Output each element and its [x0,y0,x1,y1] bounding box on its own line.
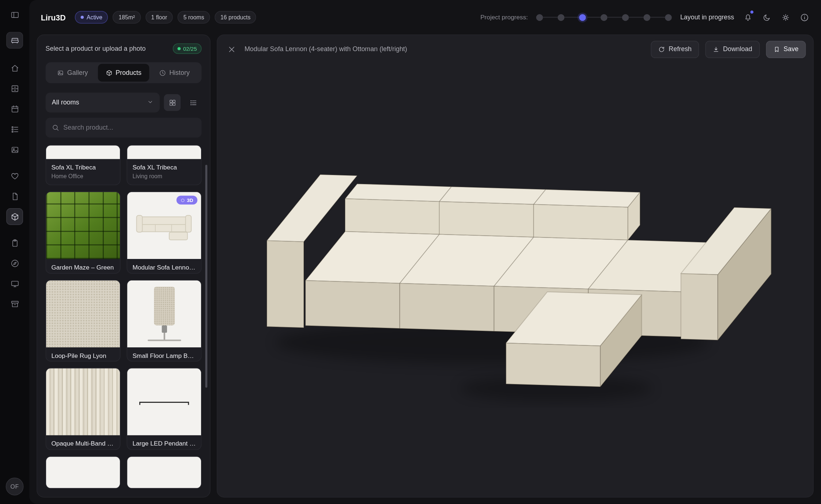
list-view-button[interactable] [185,94,202,111]
progress-step-3-current[interactable] [579,14,586,21]
viewer-toolbar: Modular Sofa Lennon (4-seater) with Otto… [217,35,813,63]
search-icon [52,124,59,131]
viewer-title: Modular Sofa Lennon (4-seater) with Otto… [245,46,645,53]
pendant-bar-illustration [139,402,189,403]
room-filter-select[interactable]: All rooms [46,93,160,112]
room-filter-value: All rooms [52,99,79,106]
user-avatar[interactable]: OF [6,478,24,496]
product-thumbnail [46,457,120,488]
progress-stepper [536,14,672,21]
sofa-3d-render [263,166,775,408]
3d-canvas[interactable] [217,63,813,497]
progress-connector [543,17,558,18]
document-icon[interactable] [6,188,23,205]
panel-title: Select a product or upload a photo [46,45,146,52]
tab-gallery[interactable]: Gallery [47,64,98,82]
progress-connector [629,17,644,18]
product-card[interactable]: 3D [127,191,202,273]
product-card[interactable]: Opaque Multi-Band Cu... Master Bedroom [46,368,121,450]
product-room: Master Bedroom [132,361,196,362]
product-card[interactable]: Sofa XL Tribeca Home Office [46,145,121,185]
dark-mode-moon-icon[interactable] [761,12,772,23]
product-card[interactable]: Sofa XL Tribeca Living room [127,145,202,185]
product-room: Living room [51,273,114,274]
main-region: Liru3D Active 185m² 1 floor 5 rooms 16 p… [29,0,821,504]
cube-3d-icon[interactable] [6,208,23,225]
info-icon[interactable] [799,12,810,23]
floors-badge: 1 floor [145,11,173,23]
list-icon [189,99,197,106]
3d-badge: 3D [176,196,197,205]
product-thumbnail [127,457,201,488]
grid-view-button[interactable] [164,94,181,111]
close-icon[interactable] [224,42,238,56]
product-room: Home Office [51,173,114,179]
rooms-badge: 5 rooms [178,11,210,23]
chevron-down-icon [147,99,154,106]
product-card[interactable]: Garden Maze – Green Living room [46,191,121,273]
product-card[interactable]: Large LED Pendant El... Home Office [127,368,202,450]
area-badge: 185m² [113,11,141,23]
product-card-partial[interactable] [127,456,202,489]
refresh-icon [658,46,665,53]
notifications-bell-icon[interactable] [742,12,753,23]
progress-step-6[interactable] [644,14,651,21]
app-logo-icon[interactable] [6,32,23,49]
progress-connector [608,17,622,18]
progress-step-5[interactable] [622,14,629,21]
products-badge: 16 products [215,11,256,23]
progress-step-7[interactable] [665,14,672,21]
pendant-tick [139,402,140,405]
product-card[interactable]: Loop-Pile Rug Lyon Master Bedroom [46,280,121,362]
lamp-fitting-illustration [162,325,167,332]
sidebar-toggle-icon[interactable] [6,6,23,23]
progress-connector [650,17,665,18]
product-thumbnail [127,145,201,159]
tab-label: Gallery [67,69,88,76]
lamp-pole-illustration [163,333,165,340]
progress-step-4[interactable] [601,14,608,21]
filter-row: All rooms [46,93,202,112]
grid-icon [169,99,176,106]
status-badge-label: Active [87,14,102,20]
status-badge: Active [75,11,108,23]
screen-share-icon[interactable] [6,275,23,292]
clipboard-icon[interactable] [6,234,23,251]
progress-step-2[interactable] [558,14,565,21]
save-button[interactable]: Save [766,41,806,58]
product-name: Garden Maze – Green [51,264,114,271]
tab-history[interactable]: History [149,64,200,82]
product-thumbnail [46,280,120,347]
tasks-list-icon[interactable] [6,121,23,138]
top-header: Liru3D Active 185m² 1 floor 5 rooms 16 p… [29,0,821,35]
progress-step-1[interactable] [536,14,543,21]
compass-icon[interactable] [6,255,23,272]
count-dot [177,47,181,50]
app-title: Liru3D [41,13,66,22]
save-bookmark-icon [773,46,780,53]
viewer-panel: Modular Sofa Lennon (4-seater) with Otto… [217,35,814,498]
calendar-icon[interactable] [6,100,23,117]
product-card-partial[interactable] [46,456,121,489]
download-button[interactable]: Download [705,41,759,58]
settings-gear-icon[interactable] [780,12,791,23]
gallery-image-icon[interactable] [6,141,23,158]
progress-label: Project progress: [480,14,528,21]
product-room: Master Bedroom [51,450,114,450]
home-icon[interactable] [6,60,23,76]
panel-tabs: Gallery Products History [46,62,202,83]
product-name: Large LED Pendant El... [132,440,196,447]
favorites-heart-icon[interactable] [6,167,23,184]
archive-icon[interactable] [6,295,23,312]
product-thumbnail: 3D [127,192,201,259]
panel-scrollbar[interactable] [205,165,208,387]
tab-products[interactable]: Products [98,64,149,82]
product-name: Loop-Pile Rug Lyon [51,352,114,359]
tab-label: History [169,69,190,76]
product-panel: Select a product or upload a photo 02/25… [37,35,211,498]
furniture-icon[interactable] [6,80,23,97]
refresh-button[interactable]: Refresh [651,41,699,58]
search-input[interactable] [63,124,195,131]
product-card[interactable]: Small Floor Lamp Benan Master Bedroom [127,280,202,362]
product-thumbnail [46,369,120,435]
